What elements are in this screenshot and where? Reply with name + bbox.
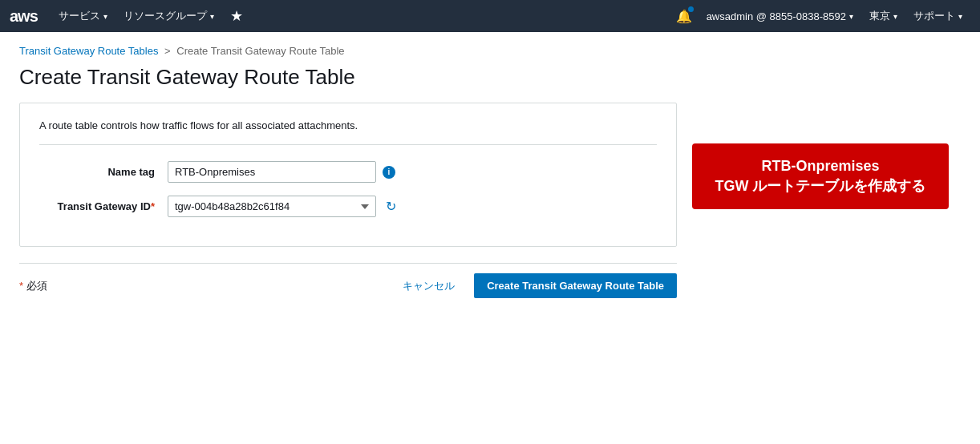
tgw-id-row: Transit Gateway ID* tgw-004b48a28b2c61f8… xyxy=(39,196,657,217)
tgw-id-required-star: * xyxy=(151,200,155,212)
name-tag-input[interactable] xyxy=(168,161,376,183)
tgw-id-select-wrapper: tgw-004b48a28b2c61f84 ↻ xyxy=(168,196,399,217)
required-note: * 必須 xyxy=(19,279,47,293)
footer-actions: キャンセル Create Transit Gateway Route Table xyxy=(393,273,677,298)
nav-right-section: 🔔 awsadmin @ 8855-0838-8592 ▾ 東京 ▾ サポート … xyxy=(670,0,970,32)
notifications-button[interactable]: 🔔 xyxy=(670,0,699,32)
form-description: A route table controls how traffic flows… xyxy=(39,119,657,145)
bookmark-icon: ★ xyxy=(230,7,243,25)
form-footer: * 必須 キャンセル Create Transit Gateway Route … xyxy=(19,263,677,308)
resource-groups-chevron-icon: ▾ xyxy=(210,12,214,21)
create-button[interactable]: Create Transit Gateway Route Table xyxy=(474,273,677,298)
name-tag-row: Name tag i xyxy=(39,161,657,183)
nav-services[interactable]: サービス ▾ xyxy=(51,0,115,32)
nav-support[interactable]: サポート ▾ xyxy=(905,0,970,32)
nav-region[interactable]: 東京 ▾ xyxy=(861,0,905,32)
overlay-line1: RTB-Onpremises xyxy=(708,156,933,176)
services-chevron-icon: ▾ xyxy=(103,12,107,21)
tgw-id-refresh-button[interactable]: ↻ xyxy=(383,196,399,217)
page-title: Create Transit Gateway Route Table xyxy=(19,65,943,90)
cancel-button[interactable]: キャンセル xyxy=(393,274,464,298)
nav-account[interactable]: awsadmin @ 8855-0838-8592 ▾ xyxy=(699,0,861,32)
notification-dot xyxy=(688,6,694,12)
breadcrumb-separator: > xyxy=(164,45,171,57)
account-chevron-icon: ▾ xyxy=(849,12,853,21)
main-content: Transit Gateway Route Tables > Create Tr… xyxy=(0,32,962,321)
form-section: A route table controls how traffic flows… xyxy=(19,103,677,247)
nav-resource-groups[interactable]: リソースグループ ▾ xyxy=(115,0,222,32)
aws-logo[interactable]: aws xyxy=(10,7,38,26)
support-chevron-icon: ▾ xyxy=(958,12,962,21)
breadcrumb-parent-link[interactable]: Transit Gateway Route Tables xyxy=(19,45,158,57)
name-tag-info-icon[interactable]: i xyxy=(383,166,395,179)
overlay-line2: TGW ルートテーブルを作成する xyxy=(708,176,933,196)
tgw-id-select[interactable]: tgw-004b48a28b2c61f84 xyxy=(168,196,376,217)
nav-bookmark[interactable]: ★ xyxy=(222,0,251,32)
overlay-callout: RTB-Onpremises TGW ルートテーブルを作成する xyxy=(692,143,949,209)
breadcrumb-current: Create Transit Gateway Route Table xyxy=(176,45,344,57)
tgw-id-label: Transit Gateway ID* xyxy=(39,200,168,212)
top-navigation: aws サービス ▾ リソースグループ ▾ ★ 🔔 awsadmin @ 885… xyxy=(0,0,980,32)
name-tag-label: Name tag xyxy=(39,166,168,178)
region-chevron-icon: ▾ xyxy=(893,12,897,21)
breadcrumb: Transit Gateway Route Tables > Create Tr… xyxy=(19,45,943,57)
